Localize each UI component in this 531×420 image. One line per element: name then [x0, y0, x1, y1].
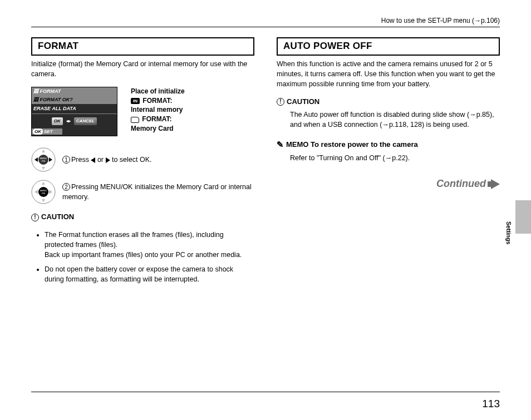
- lcd-title-text: FORMAT: [40, 88, 61, 94]
- place-of-initialize: Place of initialize: [131, 87, 185, 96]
- format-intro: Initialize (format) the Memory Card or i…: [31, 59, 254, 79]
- continued-indicator: Continued: [277, 176, 500, 191]
- lcd-arrows-icon: ◂▸: [66, 118, 71, 125]
- step-2-number-icon: 2: [62, 183, 70, 191]
- svg-text:/OK: /OK: [42, 160, 46, 162]
- continued-arrow-icon: [491, 179, 500, 189]
- dpad-icon-ok: MENU /OK: [31, 180, 56, 204]
- lcd-question-text: FORMAT OK?: [40, 97, 73, 102]
- caution-heading-right: ! CAUTION: [277, 97, 500, 107]
- lcd-set-text: SET: [44, 129, 53, 134]
- lcd-side-legend: Place of initialize IN FORMAT: Internal …: [131, 87, 185, 134]
- step2-body: Pressing MENU/OK initializes the Memory …: [62, 183, 252, 201]
- svg-text:/OK: /OK: [42, 192, 46, 195]
- auto-power-off-title: AUTO POWER OFF: [283, 41, 372, 51]
- memo-icon: ✎: [277, 139, 284, 151]
- lcd-cancel-button: CANCEL: [74, 117, 97, 125]
- caution-label-left: CAUTION: [41, 212, 74, 223]
- caution-icon: !: [31, 214, 39, 221]
- format-title: FORMAT: [38, 41, 78, 51]
- step1-b: or: [95, 156, 105, 164]
- caution-heading-left: ! CAUTION: [31, 212, 254, 223]
- step-1-number-icon: 1: [62, 156, 70, 164]
- right-column: AUTO POWER OFF When this function is act…: [277, 37, 500, 291]
- left-column: FORMAT Initialize (format) the Memory Ca…: [31, 37, 254, 291]
- footer-rule: [31, 392, 500, 392]
- caution-bullet-2: Do not open the battery cover or expose …: [45, 264, 254, 284]
- memory-card-label: Memory Card: [131, 124, 185, 134]
- memory-card-icon: [131, 117, 139, 123]
- card-format-label: FORMAT:: [142, 115, 171, 123]
- step-2-text: 2Pressing MENU/OK initializes the Memory…: [62, 182, 254, 202]
- memo-body: Refer to "Turning On and Off" (→p.22).: [277, 153, 500, 163]
- auto-power-off-intro: When this function is active and the cam…: [277, 59, 500, 89]
- caution-body-right: The Auto power off function is disabled …: [277, 110, 500, 130]
- step1-c: to select OK.: [110, 156, 152, 164]
- caution-label-right: CAUTION: [287, 97, 319, 107]
- page-number: 113: [482, 398, 500, 410]
- side-tab: [515, 200, 531, 234]
- internal-memory-label: Internal memory: [131, 105, 185, 115]
- side-section-label: Settings: [505, 221, 512, 244]
- in-format-label: FORMAT:: [142, 97, 172, 105]
- step-1-text: 1Press or to select OK.: [62, 155, 152, 165]
- caution-icon-right: !: [277, 98, 284, 106]
- step1-a: Press: [71, 156, 91, 164]
- caution-bullet-1: The Format function erases all the frame…: [45, 230, 254, 260]
- internal-memory-icon: IN: [131, 98, 140, 104]
- memo-heading: ✎ MEMO To restore power to the camera: [277, 139, 500, 151]
- right-arrow-icon: [106, 157, 110, 163]
- memo-label: MEMO To restore power to the camera: [286, 140, 418, 150]
- header-reference: How to use the SET-UP menu (→p.106): [31, 17, 500, 27]
- lcd-erase-text: ERASE ALL DATA: [32, 104, 117, 114]
- continued-text: Continued: [436, 178, 486, 189]
- auto-power-off-title-box: AUTO POWER OFF: [277, 37, 500, 56]
- format-title-box: FORMAT: [31, 37, 254, 56]
- dpad-icon: MENU /OK: [31, 147, 56, 172]
- lcd-ok-button: OK: [52, 117, 63, 125]
- lcd-dialog: 🖼 FORMAT 🖼 FORMAT OK? ERASE ALL DATA OK …: [31, 87, 117, 136]
